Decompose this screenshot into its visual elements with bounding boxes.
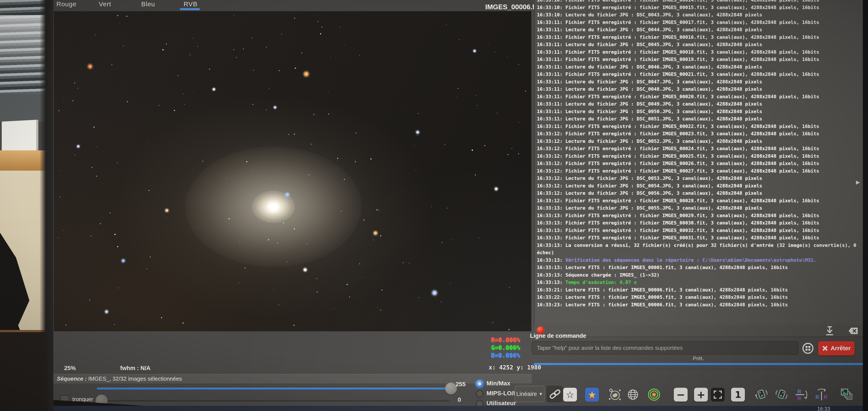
high-threshold-slider-track[interactable] <box>97 388 449 389</box>
chain-link-icon <box>548 386 561 402</box>
star <box>418 113 419 114</box>
log-line: 16:33:11: Fichier FITS enregistré : fich… <box>537 19 862 26</box>
zoom-in-button[interactable]: + <box>694 388 708 402</box>
star-outline-button[interactable]: ☆ <box>563 388 577 402</box>
star <box>478 238 479 239</box>
star <box>111 64 113 65</box>
command-gear-button[interactable] <box>801 342 815 355</box>
zoom-out-icon: − <box>676 389 685 401</box>
star <box>253 70 254 70</box>
command-input[interactable] <box>532 341 798 355</box>
log-console[interactable]: 16:33:10: Fichier FITS enregistré : fich… <box>534 0 863 325</box>
star <box>174 110 175 111</box>
star <box>485 145 485 146</box>
star <box>117 163 118 163</box>
astrometry-button[interactable] <box>608 388 622 402</box>
log-line: 16:33:11: Fichier FITS enregistré : fich… <box>537 34 862 41</box>
globe-grid-icon <box>626 388 640 402</box>
log-line: 16:33:11: Lecture du fichier JPG : DSC_0… <box>537 100 862 108</box>
tab-vert[interactable]: Vert <box>99 0 111 9</box>
log-line: 16:33:22: Lecture FITS : fichier IMGES_0… <box>537 294 862 301</box>
star <box>190 54 190 55</box>
export-log-button[interactable] <box>823 326 834 335</box>
sequence-frames-button[interactable] <box>840 388 854 402</box>
flip-vertical-button[interactable]: R R <box>795 388 808 402</box>
pixel-value-blue: B=0.006% <box>454 352 520 359</box>
star <box>127 101 128 102</box>
low-threshold-slider-track[interactable] <box>98 400 449 402</box>
photometry-button[interactable] <box>647 388 661 402</box>
log-line: 16:33:11: Fichier FITS enregistré : fich… <box>537 49 862 56</box>
star <box>497 113 498 114</box>
log-line: 16:33:11: Fichier FITS enregistré : fich… <box>537 123 862 130</box>
image-viewer-m31[interactable] <box>54 11 531 331</box>
expand-panel-arrow-icon[interactable]: ▶ <box>856 179 860 185</box>
star <box>149 190 149 191</box>
rotate-cw-button[interactable] <box>775 388 788 402</box>
star-outline-icon: ☆ <box>566 389 574 400</box>
photo-of-monitor: Rouge Vert Bleu RVB IMGES_00006.fit 16:3… <box>0 0 868 411</box>
star <box>63 102 64 102</box>
star <box>162 49 164 51</box>
fwhm-readout: fwhm : N/A <box>120 365 151 372</box>
star <box>268 221 269 222</box>
svg-text:R: R <box>815 394 819 400</box>
star <box>495 52 495 52</box>
star <box>93 126 95 128</box>
photometry-target-icon <box>647 388 661 402</box>
log-line: 16:33:11: Fichier FITS enregistré : fich… <box>537 71 862 78</box>
star <box>77 88 79 89</box>
clear-log-button[interactable] <box>846 326 858 335</box>
star <box>74 154 75 155</box>
star <box>403 262 404 263</box>
tab-rouge[interactable]: Rouge <box>56 0 76 9</box>
zoom-level[interactable]: 25% <box>64 365 76 372</box>
log-line: 16:33:11: Lecture du fichier JPG : DSC_0… <box>537 108 862 115</box>
flip-vertical-icon: R R <box>795 388 808 402</box>
log-line: 16:33:13: Fichier FITS enregistré : fich… <box>537 227 862 234</box>
zoom-one-button[interactable]: 1 <box>731 388 745 402</box>
star <box>441 301 442 302</box>
star <box>166 43 167 45</box>
star <box>381 290 382 291</box>
flip-horizontal-icon: R R <box>815 388 828 402</box>
radio-minmax[interactable] <box>476 380 484 388</box>
stop-button[interactable]: Arrêter <box>818 341 855 355</box>
zoom-out-button[interactable]: − <box>674 388 688 402</box>
star <box>376 209 378 210</box>
best-frames-button[interactable]: ★ <box>585 388 599 402</box>
star <box>89 300 90 300</box>
star <box>95 34 95 35</box>
star <box>317 291 317 292</box>
progress-bar <box>534 363 863 365</box>
star <box>183 93 184 94</box>
log-line: 16:33:12: Lecture du fichier JPG : DSC_0… <box>537 189 862 197</box>
rotate-ccw-button[interactable] <box>755 388 769 402</box>
radio-mips-lo-hi[interactable] <box>476 390 484 398</box>
high-threshold-value: 255 <box>456 381 466 388</box>
pixel-value-green: G=0.006% <box>454 344 520 351</box>
channel-link-button[interactable] <box>546 386 563 402</box>
star <box>363 277 363 278</box>
star <box>178 75 178 76</box>
scale-mode-dropdown[interactable]: Linéaire ▼ <box>515 386 545 402</box>
star <box>193 92 193 92</box>
tab-bleu[interactable]: Bleu <box>141 0 155 9</box>
annotations-globe-button[interactable] <box>626 388 640 402</box>
star <box>293 325 295 326</box>
zoom-fit-button[interactable] <box>711 388 724 402</box>
star <box>458 320 459 321</box>
star <box>58 110 59 111</box>
star <box>100 223 101 224</box>
star <box>373 239 374 240</box>
star <box>509 287 509 287</box>
zoom-fit-icon <box>713 389 723 400</box>
star <box>147 143 148 144</box>
star <box>63 230 63 231</box>
high-threshold-slider-knob[interactable] <box>445 383 457 394</box>
taskbar-clock[interactable]: 16:33 <box>817 406 830 411</box>
star <box>89 65 92 68</box>
star <box>446 24 447 25</box>
star <box>451 283 451 284</box>
flip-horizontal-button[interactable]: R R <box>815 388 828 402</box>
